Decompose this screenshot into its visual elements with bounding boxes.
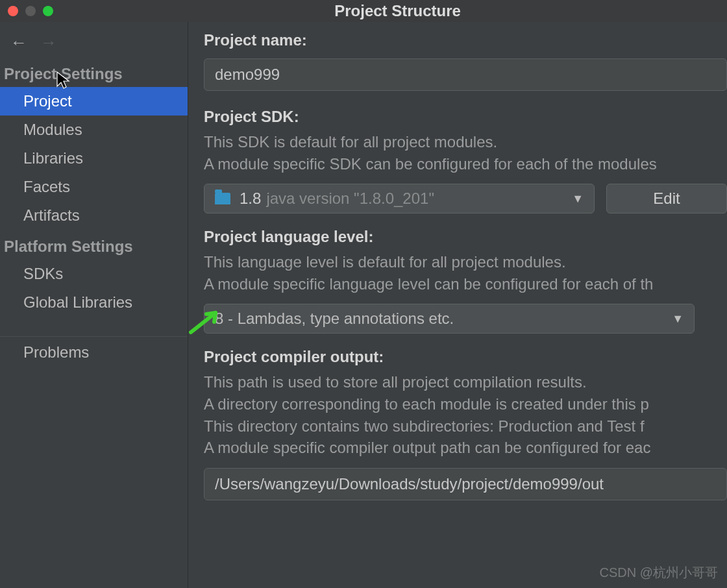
sdk-desc-2: A module specific SDK can be configured … bbox=[204, 153, 727, 175]
window-controls bbox=[8, 6, 53, 16]
language-level-value: 8 - Lambdas, type annotations etc. bbox=[215, 310, 454, 328]
minimize-window-button[interactable] bbox=[25, 6, 36, 16]
sidebar-item-libraries[interactable]: Libraries bbox=[0, 144, 188, 173]
language-level-label: Project language level: bbox=[204, 228, 727, 246]
sidebar-item-sdks[interactable]: SDKs bbox=[0, 260, 188, 288]
sidebar-item-artifacts[interactable]: Artifacts bbox=[0, 201, 188, 230]
lang-desc-2: A module specific language level can be … bbox=[204, 273, 727, 295]
lang-desc-1: This language level is default for all p… bbox=[204, 251, 727, 273]
chevron-down-icon: ▼ bbox=[672, 312, 684, 326]
sidebar-item-global-libraries[interactable]: Global Libraries bbox=[0, 288, 188, 317]
sdk-detail-text: java version "1.8.0_201" bbox=[266, 190, 434, 208]
compiler-output-input[interactable] bbox=[204, 468, 727, 500]
forward-arrow-icon: → bbox=[40, 34, 57, 51]
main-area: ← → Project Settings Project Modules Lib… bbox=[0, 22, 727, 588]
edit-sdk-button[interactable]: Edit bbox=[606, 184, 727, 214]
content-panel: Project name: Project SDK: This SDK is d… bbox=[188, 22, 727, 588]
project-name-input[interactable] bbox=[204, 58, 727, 91]
close-window-button[interactable] bbox=[8, 6, 18, 16]
section-project-settings: Project Settings bbox=[0, 62, 188, 87]
out-desc-2: A directory corresponding to each module… bbox=[204, 393, 727, 415]
chevron-down-icon: ▼ bbox=[572, 192, 584, 206]
project-name-label: Project name: bbox=[204, 31, 727, 49]
nav-history: ← → bbox=[0, 29, 188, 62]
project-sdk-label: Project SDK: bbox=[204, 108, 727, 126]
out-desc-1: This path is used to store all project c… bbox=[204, 371, 727, 393]
language-level-combobox[interactable]: 8 - Lambdas, type annotations etc. ▼ bbox=[204, 304, 695, 334]
maximize-window-button[interactable] bbox=[43, 6, 53, 16]
sidebar-item-facets[interactable]: Facets bbox=[0, 173, 188, 201]
out-desc-4: A module specific compiler output path c… bbox=[204, 437, 727, 459]
sdk-folder-icon bbox=[215, 193, 230, 204]
out-desc-3: This directory contains two subdirectori… bbox=[204, 415, 727, 437]
window-title: Project Structure bbox=[334, 2, 698, 20]
compiler-output-label: Project compiler output: bbox=[204, 348, 727, 366]
sidebar-item-problems[interactable]: Problems bbox=[0, 336, 188, 367]
project-sdk-combobox[interactable]: 1.8 java version "1.8.0_201" ▼ bbox=[204, 184, 595, 214]
watermark-text: CSDN @杭州小哥哥 bbox=[599, 564, 718, 582]
sdk-desc-1: This SDK is default for all project modu… bbox=[204, 131, 727, 153]
sdk-version-text: 1.8 bbox=[240, 190, 261, 208]
titlebar: Project Structure bbox=[0, 0, 727, 22]
sidebar-item-modules[interactable]: Modules bbox=[0, 116, 188, 144]
section-platform-settings: Platform Settings bbox=[0, 235, 188, 260]
sidebar: ← → Project Settings Project Modules Lib… bbox=[0, 22, 188, 588]
sidebar-item-project[interactable]: Project bbox=[0, 87, 188, 116]
back-arrow-icon[interactable]: ← bbox=[10, 34, 27, 51]
